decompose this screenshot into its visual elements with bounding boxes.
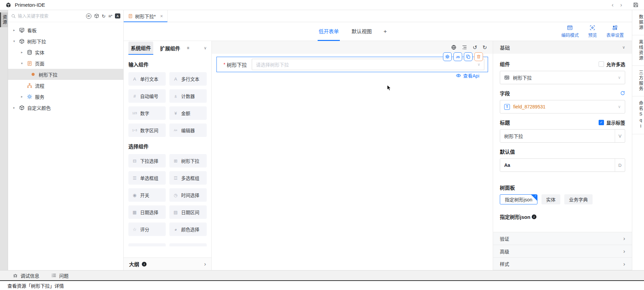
tree-item-page[interactable]: 页面 — [8, 58, 123, 69]
refresh-icon[interactable] — [102, 13, 106, 19]
tree-item-flow[interactable]: 流程 — [8, 80, 123, 91]
tab-named-sql[interactable]: 命名Sql — [632, 96, 644, 134]
chevron-right-icon[interactable] — [20, 50, 24, 54]
tree-item-service[interactable]: 服务 — [8, 91, 123, 102]
resources-vertical-tab[interactable]: 资源 — [0, 12, 8, 27]
tab-system-components[interactable]: 系统组件 — [128, 42, 153, 55]
default-data-button[interactable]: D — [615, 159, 625, 172]
form-settings-button[interactable]: 表单设置 — [606, 25, 624, 38]
chevron-down-icon[interactable] — [12, 39, 16, 43]
redo-icon[interactable] — [483, 44, 487, 51]
ai-icon[interactable] — [86, 13, 91, 19]
debug-info-tab[interactable]: 调试信息 — [13, 272, 39, 279]
palette-item-editor[interactable]: A≡编辑器 — [169, 124, 207, 137]
palette-item-auto-number[interactable]: #自动编号 — [128, 89, 166, 103]
palette-item-time-picker[interactable]: ◷时间选择 — [169, 188, 207, 202]
code-mode-button[interactable]: 编码模式 — [561, 25, 579, 38]
collapse-sort-icon[interactable] — [108, 13, 112, 19]
app-logo-icon — [5, 2, 11, 8]
allow-multi-select-checkbox[interactable]: 允许多选 — [599, 61, 625, 67]
palette-menu-icon[interactable] — [187, 46, 189, 50]
selected-tree-dropdown-component[interactable]: * 树形下拉 请选择树形下拉 JS — [216, 57, 488, 72]
back-icon[interactable]: ‹ — [612, 2, 614, 8]
palette-item-color-picker[interactable]: ◕颜色选择 — [169, 223, 207, 236]
preview-button[interactable]: 预览 — [588, 25, 597, 38]
chevron-down-icon[interactable] — [204, 46, 207, 50]
palette-item-counter[interactable]: ±计数器 — [169, 89, 207, 103]
chevron-right-icon[interactable] — [204, 261, 206, 267]
chevron-down-icon[interactable] — [20, 61, 24, 65]
field-refresh-icon[interactable] — [620, 91, 625, 96]
component-delete-button[interactable] — [474, 52, 483, 61]
checkbox-unchecked-icon[interactable] — [599, 61, 604, 67]
preview-eye-icon — [590, 25, 595, 31]
palette-item-switch[interactable]: ◉开关 — [128, 188, 166, 202]
default-value-input[interactable] — [500, 159, 615, 172]
tree-item-custom-color[interactable]: 自定义颜色 — [8, 102, 123, 113]
problems-tab[interactable]: 问题 — [51, 272, 69, 279]
new-model-cube-icon[interactable] — [94, 13, 99, 18]
tree-item-entity[interactable]: 实体 — [8, 47, 123, 58]
undo-icon[interactable] — [473, 44, 477, 51]
dropdown-select-icon: ⊟ — [132, 158, 137, 163]
component-settings-button[interactable] — [443, 52, 452, 61]
palette-item-radio-group[interactable]: ☰单选框组 — [128, 171, 166, 185]
palette-item-date-picker[interactable]: ▦日期选择 — [128, 205, 166, 219]
palette-item-checkbox-group[interactable]: ☲多选框组 — [169, 171, 207, 185]
accordion-advanced[interactable]: 高级 — [493, 245, 632, 257]
field-select[interactable]: field_87289531 — [500, 100, 625, 113]
outline-footer[interactable]: 大纲 i — [124, 257, 211, 270]
tree-item-tree-dropdown-root[interactable]: 树形下拉 — [8, 36, 123, 47]
debug-icon — [13, 273, 18, 278]
tab-data-source[interactable]: 数据源 — [632, 10, 644, 35]
component-copy-button[interactable] — [464, 52, 473, 61]
outline-icon[interactable] — [462, 45, 467, 50]
view-api-link[interactable]: 查看Api — [456, 72, 479, 79]
component-type-select[interactable]: 树形下拉 — [500, 71, 625, 84]
translate-icon[interactable] — [115, 13, 120, 18]
tree-source-entity-button[interactable]: 实体 — [541, 194, 560, 204]
palette-item-amount[interactable]: ¥金额 — [169, 106, 207, 120]
view-tab-default-view[interactable]: 默认视图 — [351, 22, 373, 41]
palette-item-number[interactable]: 123数字 — [128, 106, 166, 120]
accordion-style[interactable]: 样式 — [493, 257, 632, 270]
tab-offline-resource[interactable]: 离线资源 — [632, 35, 644, 66]
palette-item-single-line-text[interactable]: A单行文本 — [128, 72, 166, 86]
tree-source-dictionary-button[interactable]: 业务字典 — [564, 194, 593, 204]
search-input[interactable] — [18, 13, 84, 18]
i18n-globe-icon[interactable] — [451, 45, 456, 50]
accordion-validation[interactable]: 验证 — [493, 232, 632, 245]
tree-source-json-button[interactable]: 指定树形json ✓ — [500, 194, 537, 204]
tab-third-party-service[interactable]: 三方服务 — [632, 66, 644, 96]
save-icon[interactable] — [633, 2, 639, 8]
tree-item-tree-dropdown-page[interactable]: 树形下拉 — [8, 69, 123, 80]
tree-item-board[interactable]: 看板 — [8, 25, 123, 36]
palette-item-date-range[interactable]: ▤日期区间 — [169, 205, 207, 219]
title-variable-button[interactable]: V — [615, 130, 625, 142]
status-bar: 查看资源「树形下拉」详情 — [0, 280, 644, 290]
chevron-down-icon[interactable] — [622, 45, 625, 50]
component-js-button[interactable]: JS — [453, 52, 462, 61]
close-icon[interactable]: × — [160, 13, 163, 19]
tab-extended-components[interactable]: 扩展组件 — [158, 42, 183, 54]
palette-item-dropdown-select[interactable]: ⊟下拉选择 — [128, 154, 166, 167]
eye-icon — [456, 73, 461, 78]
chevron-right-icon[interactable] — [12, 28, 16, 32]
title-input[interactable] — [500, 130, 615, 142]
color-palette-icon: ◕ — [173, 227, 178, 232]
palette-item-multi-line-text[interactable]: A多行文本 — [169, 72, 207, 86]
add-view-button[interactable]: + — [384, 28, 387, 35]
palette-item-rating[interactable]: ☆评分 — [128, 223, 166, 236]
show-label-checkbox[interactable]: 显示标签 — [599, 119, 625, 126]
chevron-down-icon — [477, 62, 480, 67]
view-tab-lowcode-form[interactable]: 低开表单 — [318, 22, 340, 41]
forward-icon[interactable]: › — [620, 2, 622, 8]
inspector-header-basic[interactable]: 基础 — [493, 41, 632, 54]
palette-item-tree-dropdown[interactable]: ⊞树形下拉 — [169, 154, 207, 167]
chevron-right-icon[interactable] — [12, 106, 16, 109]
checkbox-checked-icon[interactable] — [599, 120, 604, 125]
palette-sections: 输入组件 A单行文本 A多行文本 #自动编号 ±计数器 123数字 ¥金额 1~… — [124, 55, 211, 257]
palette-item-number-range[interactable]: 1~3数字区间 — [128, 124, 166, 137]
editor-tab-tree-dropdown[interactable]: 树形下拉* × — [124, 10, 168, 22]
chevron-right-icon[interactable] — [20, 95, 24, 98]
